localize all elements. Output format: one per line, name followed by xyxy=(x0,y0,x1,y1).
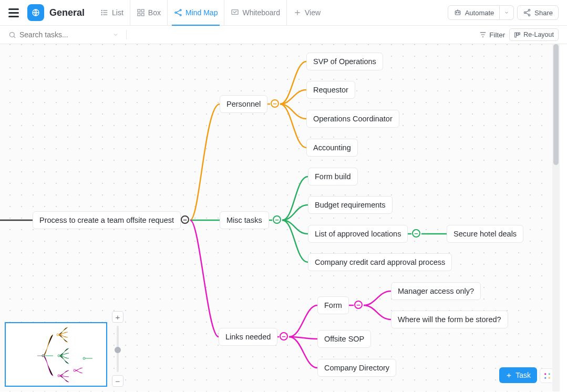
svg-point-22 xyxy=(42,355,44,357)
svg-rect-20 xyxy=(517,33,519,35)
node-toggle-form[interactable]: − xyxy=(354,301,363,309)
svg-point-25 xyxy=(83,357,85,359)
tab-box[interactable]: Box xyxy=(130,0,167,25)
new-task-label: Task xyxy=(516,371,531,379)
share-label: Share xyxy=(534,9,553,17)
chevron-down-icon xyxy=(504,10,509,15)
svg-point-14 xyxy=(458,12,459,13)
chevron-down-icon[interactable] xyxy=(112,32,119,38)
apps-icon xyxy=(543,372,551,380)
vertical-scrollbar[interactable] xyxy=(552,44,560,391)
automate-dropdown[interactable] xyxy=(500,5,514,20)
svg-point-18 xyxy=(10,32,15,37)
node-locations[interactable]: List of approved locations xyxy=(308,225,408,243)
node-formstored[interactable]: Where will the form be stored? xyxy=(391,311,508,328)
node-toggle-personnel[interactable]: − xyxy=(271,99,279,108)
relayout-label: Re-Layout xyxy=(523,31,554,38)
node-sop[interactable]: Offsite SOP xyxy=(317,330,371,348)
tab-box-label: Box xyxy=(148,8,161,17)
svg-point-9 xyxy=(180,9,181,11)
space-title[interactable]: General xyxy=(49,7,85,18)
layout-icon xyxy=(514,32,521,38)
node-misc[interactable]: Misc tasks xyxy=(220,211,269,229)
svg-point-27 xyxy=(74,369,76,372)
node-toggle-misc[interactable]: − xyxy=(273,215,281,224)
view-tabs: List Box Mind Map Whiteboard View xyxy=(94,0,327,25)
svg-rect-5 xyxy=(141,9,144,12)
automate-label: Automate xyxy=(465,9,494,17)
node-personnel[interactable]: Personnel xyxy=(220,95,267,113)
filter-icon xyxy=(479,31,487,38)
svg-point-17 xyxy=(529,14,530,16)
share-button[interactable]: Share xyxy=(517,5,559,20)
zoom-out-button[interactable]: − xyxy=(112,375,123,387)
svg-rect-4 xyxy=(138,9,140,12)
space-icon[interactable] xyxy=(27,4,44,21)
plus-icon xyxy=(506,372,512,379)
tab-add-view-label: View xyxy=(305,8,321,17)
svg-rect-21 xyxy=(519,33,520,35)
svg-point-29 xyxy=(548,373,550,375)
node-form[interactable]: Form xyxy=(317,296,349,314)
minimap[interactable] xyxy=(5,322,107,387)
tab-whiteboard-label: Whiteboard xyxy=(242,8,280,17)
node-requestor[interactable]: Requestor xyxy=(306,81,355,99)
svg-rect-11 xyxy=(232,10,238,15)
svg-point-31 xyxy=(548,377,550,378)
svg-point-13 xyxy=(456,12,457,13)
node-formbuild[interactable]: Form build xyxy=(308,168,358,185)
filter-bar: Filter Re-Layout xyxy=(0,26,567,44)
tab-list[interactable]: List xyxy=(94,0,130,25)
zoom-slider[interactable] xyxy=(117,326,119,372)
svg-rect-7 xyxy=(141,13,144,16)
mindmap-canvas[interactable]: − − − − − − Process to create a team off… xyxy=(0,44,560,391)
svg-point-30 xyxy=(544,377,546,378)
node-toggle-links[interactable]: − xyxy=(280,332,288,341)
tab-mindmap[interactable]: Mind Map xyxy=(167,0,224,25)
zoom-slider-thumb[interactable] xyxy=(115,347,121,353)
node-toggle-root[interactable]: − xyxy=(181,215,189,224)
svg-point-26 xyxy=(58,375,60,377)
new-task-button[interactable]: Task xyxy=(499,367,537,383)
filter-label: Filter xyxy=(489,31,505,39)
svg-point-15 xyxy=(529,9,530,11)
top-toolbar: General List Box Mind Map Whiteboard Vie… xyxy=(0,0,567,26)
search-wrap xyxy=(8,30,119,39)
filter-button[interactable]: Filter xyxy=(479,31,505,39)
node-toggle-locations[interactable]: − xyxy=(412,229,420,238)
node-root[interactable]: Process to create a team offsite request xyxy=(33,211,181,229)
tab-mindmap-label: Mind Map xyxy=(185,8,218,17)
svg-point-8 xyxy=(175,12,177,14)
relayout-button[interactable]: Re-Layout xyxy=(509,28,559,41)
svg-rect-6 xyxy=(138,13,140,16)
svg-point-2 xyxy=(101,12,102,13)
tab-add-view[interactable]: View xyxy=(286,0,327,25)
divider xyxy=(126,30,127,39)
svg-point-10 xyxy=(180,14,181,16)
zoom-in-button[interactable]: + xyxy=(112,311,123,323)
svg-point-28 xyxy=(544,373,546,375)
svg-rect-19 xyxy=(515,33,517,37)
search-icon xyxy=(8,31,16,39)
zoom-controls: + − xyxy=(112,311,123,387)
node-svp[interactable]: SVP of Operations xyxy=(306,53,383,70)
hamburger-menu-icon[interactable] xyxy=(8,8,19,17)
node-directory[interactable]: Company Directory xyxy=(317,359,396,377)
svg-point-23 xyxy=(57,334,59,336)
node-opscoord[interactable]: Operations Coordinator xyxy=(306,110,399,128)
search-input[interactable] xyxy=(19,30,93,39)
node-budget[interactable]: Budget requirements xyxy=(308,196,393,214)
node-manager[interactable]: Manager access only? xyxy=(391,282,481,300)
automate-button[interactable]: Automate xyxy=(448,5,500,20)
scrollbar-thumb[interactable] xyxy=(553,44,559,165)
svg-point-3 xyxy=(101,14,102,15)
tab-list-label: List xyxy=(112,8,123,17)
svg-point-1 xyxy=(101,10,102,11)
node-accounting[interactable]: Accounting xyxy=(306,139,358,157)
svg-point-24 xyxy=(58,355,60,357)
node-hoteldeals[interactable]: Secure hotel deals xyxy=(447,225,523,243)
node-creditcard[interactable]: Company credit card approval process xyxy=(308,253,452,271)
tab-whiteboard[interactable]: Whiteboard xyxy=(224,0,286,25)
node-links[interactable]: Links needed xyxy=(219,328,277,346)
